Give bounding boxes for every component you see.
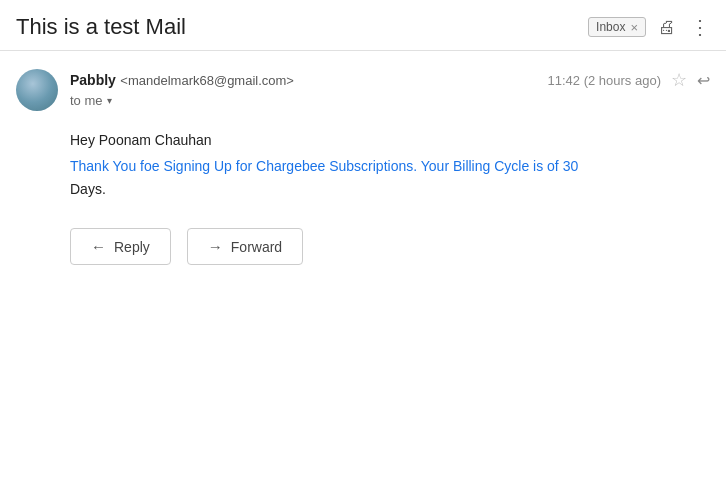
body-days-text: Days.: [70, 178, 710, 200]
sender-name-block: Pabbly <mandelmark68@gmail.com>: [70, 71, 294, 89]
body-blue-text: Thank You foe Signing Up for Chargebee S…: [70, 158, 578, 174]
email-header: This is a test Mail Inbox × 🖨 ⋮: [0, 0, 726, 51]
inbox-badge: Inbox ×: [588, 17, 646, 37]
inbox-label: Inbox: [596, 20, 625, 34]
to-me-dropdown-icon[interactable]: ▾: [107, 95, 112, 106]
reply-btn-icon: ←: [91, 238, 106, 255]
reply-icon[interactable]: ↩: [697, 71, 710, 90]
action-buttons: ← Reply → Forward: [70, 228, 710, 265]
timestamp: 11:42 (2 hours ago): [548, 73, 661, 88]
forward-button[interactable]: → Forward: [187, 228, 303, 265]
body-greeting: Hey Poonam Chauhan: [70, 129, 710, 151]
sender-name: Pabbly: [70, 72, 116, 88]
email-thread: Pabbly <mandelmark68@gmail.com> 11:42 (2…: [0, 51, 726, 285]
reply-button[interactable]: ← Reply: [70, 228, 171, 265]
email-subject: This is a test Mail: [16, 14, 576, 40]
forward-label: Forward: [231, 239, 282, 255]
print-icon[interactable]: 🖨: [658, 17, 676, 38]
close-inbox-button[interactable]: ×: [630, 21, 638, 34]
more-options-icon[interactable]: ⋮: [690, 15, 710, 39]
sender-email: <mandelmark68@gmail.com>: [120, 73, 294, 88]
reply-label: Reply: [114, 239, 150, 255]
to-me-row: to me ▾: [70, 93, 710, 108]
timestamp-row: 11:42 (2 hours ago) ☆ ↩: [548, 69, 710, 91]
star-icon[interactable]: ☆: [671, 69, 687, 91]
body-main-text: Thank You foe Signing Up for Chargebee S…: [70, 155, 710, 177]
forward-btn-icon: →: [208, 238, 223, 255]
to-me-label: to me: [70, 93, 103, 108]
email-meta: Pabbly <mandelmark68@gmail.com> 11:42 (2…: [16, 69, 710, 111]
avatar: [16, 69, 58, 111]
sender-info: Pabbly <mandelmark68@gmail.com> 11:42 (2…: [70, 69, 710, 108]
email-body: Hey Poonam Chauhan Thank You foe Signing…: [70, 129, 710, 200]
header-actions: 🖨 ⋮: [658, 15, 710, 39]
sender-row: Pabbly <mandelmark68@gmail.com> 11:42 (2…: [70, 69, 710, 91]
